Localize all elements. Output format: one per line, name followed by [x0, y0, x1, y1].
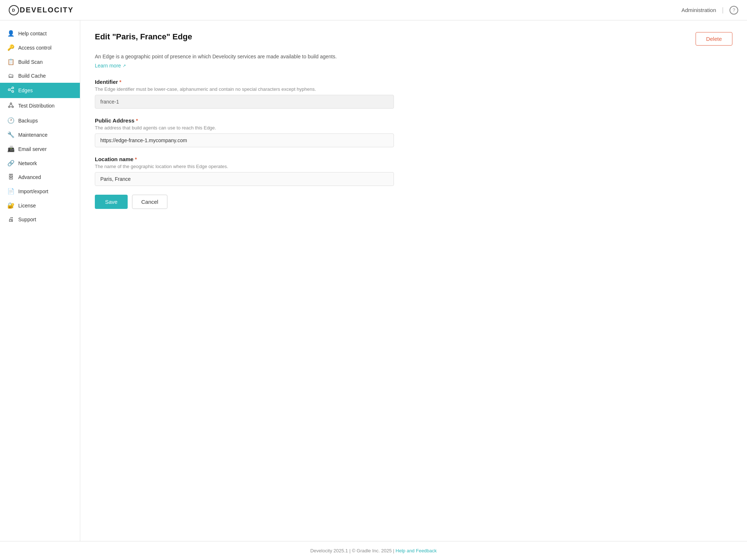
sidebar-item-test-distribution[interactable]: Test Distribution — [0, 98, 80, 113]
sidebar-item-import-export[interactable]: 📄 Import/export — [0, 184, 80, 198]
public-address-required: * — [136, 118, 138, 124]
test-distribution-icon — [7, 102, 15, 110]
public-address-input[interactable] — [95, 133, 394, 147]
network-icon: 🔗 — [7, 160, 15, 167]
location-name-field-group: Location name * The name of the geograph… — [95, 156, 732, 186]
sidebar-item-email-server[interactable]: 📠 Email server — [0, 142, 80, 156]
sidebar-label-import-export: Import/export — [18, 188, 48, 194]
location-name-input[interactable] — [95, 172, 394, 186]
cancel-button[interactable]: Cancel — [132, 195, 167, 209]
svg-line-9 — [12, 104, 12, 106]
sidebar-item-license[interactable]: 🔐 License — [0, 198, 80, 213]
location-name-required: * — [135, 156, 137, 162]
footer: Develocity 2025.1 | © Gradle Inc. 2025 |… — [0, 541, 747, 560]
sidebar-item-edges[interactable]: Edges — [0, 83, 80, 98]
sidebar-item-maintenance[interactable]: 🔧 Maintenance — [0, 128, 80, 142]
help-icon[interactable]: ? — [729, 6, 738, 15]
svg-line-4 — [10, 90, 12, 91]
logo-icon: D — [9, 5, 19, 15]
edges-icon — [7, 86, 15, 94]
license-icon: 🔐 — [7, 202, 15, 209]
delete-button[interactable]: Delete — [696, 32, 732, 46]
learn-more-label: Learn more — [95, 63, 121, 69]
svg-point-6 — [8, 106, 10, 108]
sidebar-item-help-contact[interactable]: 👤 Help contact — [0, 26, 80, 40]
page-title: Edit "Paris, France" Edge — [95, 32, 192, 42]
svg-line-3 — [10, 88, 12, 89]
sidebar-label-license: License — [18, 203, 36, 209]
sidebar-item-access-control[interactable]: 🔑 Access control — [0, 40, 80, 55]
description-text: An Edge is a geographic point of presenc… — [95, 53, 732, 61]
sidebar-label-email-server: Email server — [18, 146, 47, 152]
maintenance-icon: 🔧 — [7, 131, 15, 138]
public-address-label: Public Address * — [95, 117, 732, 124]
location-name-hint: The name of the geographic location wher… — [95, 164, 732, 169]
sidebar-label-maintenance: Maintenance — [18, 132, 47, 138]
page-header: Edit "Paris, France" Edge Delete — [95, 32, 732, 46]
help-feedback-link[interactable]: Help and Feedback — [396, 548, 437, 553]
administration-label: Administration — [681, 7, 716, 13]
access-control-icon: 🔑 — [7, 44, 15, 51]
svg-line-8 — [9, 104, 10, 106]
main-layout: 👤 Help contact 🔑 Access control 📋 Build … — [0, 20, 747, 541]
email-server-icon: 📠 — [7, 145, 15, 152]
header-right: Administration | ? — [681, 6, 738, 15]
external-link-icon: ↗ — [123, 63, 126, 68]
sidebar-label-edges: Edges — [18, 88, 33, 93]
svg-point-2 — [12, 91, 14, 93]
identifier-label: Identifier * — [95, 79, 732, 85]
sidebar-label-network: Network — [18, 160, 37, 166]
logo: D DEVELOCITY — [9, 5, 74, 15]
advanced-icon: 🗄 — [7, 174, 15, 180]
sidebar-item-support[interactable]: 🖨 Support — [0, 213, 80, 226]
svg-point-7 — [12, 106, 13, 108]
backups-icon: 🕐 — [7, 117, 15, 124]
svg-point-5 — [10, 103, 12, 104]
identifier-required: * — [119, 79, 121, 85]
build-cache-icon: 🗂 — [7, 73, 15, 79]
app-header: D DEVELOCITY Administration | ? — [0, 0, 747, 20]
identifier-hint: The Edge identifier must be lower-case, … — [95, 86, 732, 92]
support-icon: 🖨 — [7, 216, 15, 223]
build-scan-icon: 📋 — [7, 58, 15, 65]
sidebar-item-advanced[interactable]: 🗄 Advanced — [0, 170, 80, 184]
location-name-label: Location name * — [95, 156, 732, 162]
form-actions: Save Cancel — [95, 195, 732, 209]
logo-text: DEVELOCITY — [20, 6, 74, 14]
sidebar-label-build-cache: Build Cache — [18, 73, 46, 79]
identifier-input[interactable] — [95, 95, 394, 109]
sidebar-label-test-distribution: Test Distribution — [18, 103, 55, 109]
sidebar-label-advanced: Advanced — [18, 174, 41, 180]
help-contact-icon: 👤 — [7, 30, 15, 37]
sidebar-label-access-control: Access control — [18, 45, 51, 51]
sidebar-label-backups: Backups — [18, 118, 38, 124]
sidebar-item-build-scan[interactable]: 📋 Build Scan — [0, 55, 80, 69]
header-divider: | — [722, 6, 724, 14]
learn-more-link[interactable]: Learn more ↗ — [95, 63, 126, 69]
svg-point-0 — [8, 89, 10, 91]
save-button[interactable]: Save — [95, 195, 128, 209]
sidebar-label-help-contact: Help contact — [18, 31, 47, 36]
import-export-icon: 📄 — [7, 188, 15, 195]
sidebar-item-build-cache[interactable]: 🗂 Build Cache — [0, 69, 80, 83]
sidebar-label-support: Support — [18, 217, 36, 222]
public-address-hint: The address that build agents can use to… — [95, 125, 732, 131]
footer-text: Develocity 2025.1 | © Gradle Inc. 2025 | — [310, 548, 394, 553]
public-address-field-group: Public Address * The address that build … — [95, 117, 732, 147]
sidebar-item-backups[interactable]: 🕐 Backups — [0, 113, 80, 128]
sidebar-label-build-scan: Build Scan — [18, 59, 43, 65]
svg-point-1 — [12, 87, 14, 89]
sidebar: 👤 Help contact 🔑 Access control 📋 Build … — [0, 20, 80, 541]
main-content: Edit "Paris, France" Edge Delete An Edge… — [80, 20, 747, 541]
sidebar-item-network[interactable]: 🔗 Network — [0, 156, 80, 170]
identifier-field-group: Identifier * The Edge identifier must be… — [95, 79, 732, 109]
